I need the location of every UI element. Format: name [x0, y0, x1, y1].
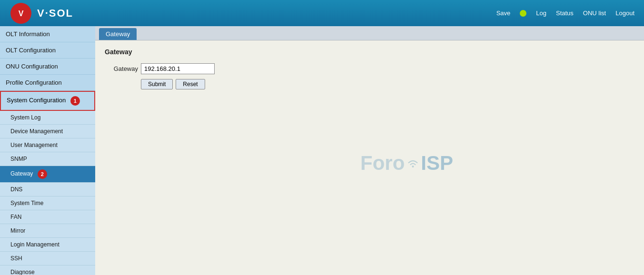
system-config-badge: 1: [70, 96, 80, 106]
submit-button[interactable]: Submit: [141, 79, 173, 89]
sidebar-item-dns[interactable]: DNS: [0, 183, 95, 196]
svg-text:V: V: [19, 10, 24, 18]
tab-gateway[interactable]: Gateway: [99, 28, 137, 40]
sidebar-item-gateway[interactable]: Gateway 2: [0, 166, 95, 183]
sidebar-item-fan[interactable]: FAN: [0, 210, 95, 224]
vsol-logo: V: [10, 2, 32, 25]
main-layout: OLT Information OLT Configuration ONU Co…: [0, 26, 644, 275]
section-title: Gateway: [105, 48, 634, 56]
status-link[interactable]: Status: [556, 10, 574, 17]
sidebar-item-device-management[interactable]: Device Management: [0, 125, 95, 138]
svg-point-2: [412, 166, 414, 167]
sidebar-item-ssh[interactable]: SSH: [0, 252, 95, 265]
button-row: Submit Reset: [141, 79, 634, 89]
header-right: Save Log Status ONU list Logout: [496, 10, 634, 17]
logout-link[interactable]: Logout: [615, 10, 634, 17]
sidebar-item-olt-information[interactable]: OLT Information: [0, 26, 95, 42]
brand-name: V·SOL: [37, 7, 73, 20]
sidebar-item-mirror[interactable]: Mirror: [0, 224, 95, 238]
sidebar-item-login-management[interactable]: Login Management: [0, 238, 95, 252]
sidebar-item-system-time[interactable]: System Time: [0, 196, 95, 210]
gateway-label: Gateway: [105, 65, 138, 72]
header: V V·SOL Save Log Status ONU list Logout: [0, 0, 644, 26]
wifi-icon: [406, 156, 420, 170]
gateway-form-row: Gateway: [105, 63, 634, 74]
sidebar-item-onu-configuration[interactable]: ONU Configuration: [0, 59, 95, 75]
log-link[interactable]: Log: [536, 10, 546, 17]
gateway-badge: 2: [38, 169, 47, 179]
sidebar-item-profile-configuration[interactable]: Profile Configuration: [0, 75, 95, 91]
sidebar-item-olt-configuration[interactable]: OLT Configuration: [0, 42, 95, 59]
gateway-input[interactable]: [141, 63, 215, 74]
status-indicator: [520, 10, 526, 17]
sidebar-item-system-configuration[interactable]: System Configuration 1: [0, 91, 95, 111]
tab-bar: Gateway: [95, 26, 644, 40]
save-label: Save: [496, 10, 511, 17]
sidebar-item-system-log[interactable]: System Log: [0, 111, 95, 125]
watermark: Foro ISP: [360, 152, 453, 175]
sidebar: OLT Information OLT Configuration ONU Co…: [0, 26, 95, 275]
sidebar-item-diagnose[interactable]: Diagnose: [0, 265, 95, 275]
content-area: Gateway Gateway Gateway Submit Reset For…: [95, 26, 644, 275]
reset-button[interactable]: Reset: [176, 79, 205, 89]
sidebar-item-user-management[interactable]: User Management: [0, 138, 95, 152]
logo-area: V V·SOL: [10, 2, 73, 25]
onu-list-link[interactable]: ONU list: [583, 10, 606, 17]
content-inner: Gateway Gateway Submit Reset: [95, 40, 644, 97]
sidebar-item-snmp[interactable]: SNMP: [0, 152, 95, 166]
